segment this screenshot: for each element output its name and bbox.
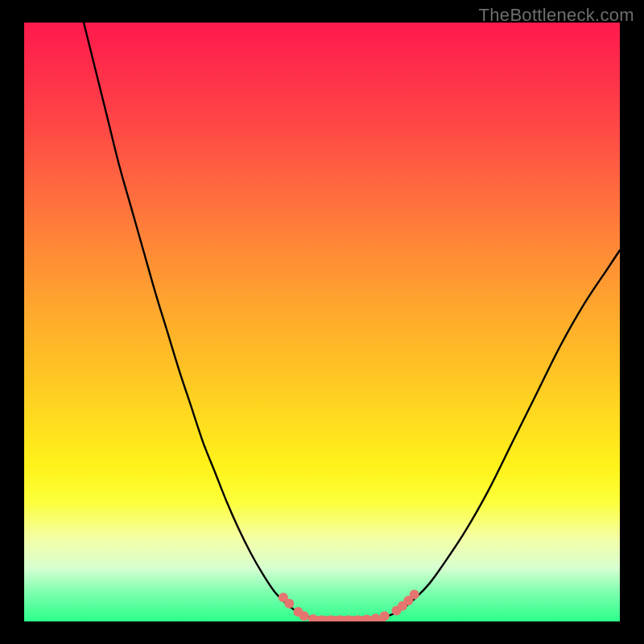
curve-layer (24, 23, 620, 621)
curve-marker (410, 590, 419, 600)
curve-marker (317, 615, 327, 621)
curve-marker (308, 614, 318, 621)
chart-frame: TheBottleneck.com (0, 0, 644, 644)
curve-marker (284, 599, 294, 609)
curve-marker (299, 611, 309, 621)
curve-markers (279, 590, 419, 621)
curve-marker (371, 613, 381, 621)
curve-marker (362, 614, 372, 621)
curve-marker (353, 615, 362, 621)
bottleneck-curve (84, 23, 620, 621)
curve-marker (380, 611, 390, 621)
plot-area (24, 23, 620, 621)
